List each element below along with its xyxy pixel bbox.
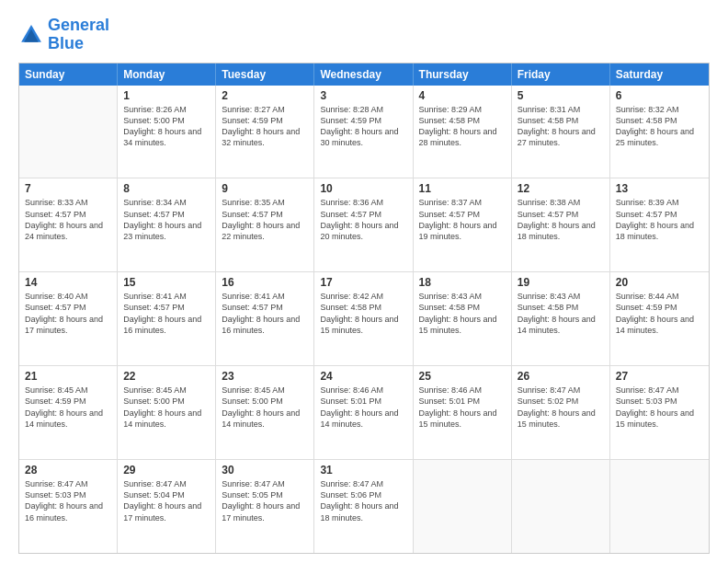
calendar-cell: 16Sunrise: 8:41 AM Sunset: 4:57 PM Dayli… xyxy=(216,272,314,365)
cell-info: Sunrise: 8:31 AM Sunset: 4:58 PM Dayligh… xyxy=(518,104,604,149)
day-number: 31 xyxy=(320,464,406,477)
day-number: 3 xyxy=(320,89,406,102)
cell-info: Sunrise: 8:29 AM Sunset: 4:58 PM Dayligh… xyxy=(419,104,506,149)
day-number: 15 xyxy=(123,276,210,289)
day-number: 25 xyxy=(419,370,506,383)
logo-icon xyxy=(18,22,44,48)
cell-info: Sunrise: 8:46 AM Sunset: 5:01 PM Dayligh… xyxy=(419,385,506,430)
calendar-cell xyxy=(512,460,610,553)
cell-info: Sunrise: 8:47 AM Sunset: 5:02 PM Dayligh… xyxy=(518,385,604,430)
day-number: 24 xyxy=(320,370,406,383)
day-number: 30 xyxy=(222,464,308,477)
cell-info: Sunrise: 8:33 AM Sunset: 4:57 PM Dayligh… xyxy=(25,197,111,242)
calendar-cell: 12Sunrise: 8:38 AM Sunset: 4:57 PM Dayli… xyxy=(512,178,610,271)
calendar: SundayMondayTuesdayWednesdayThursdayFrid… xyxy=(18,63,710,554)
calendar-cell: 8Sunrise: 8:34 AM Sunset: 4:57 PM Daylig… xyxy=(118,178,216,271)
day-number: 21 xyxy=(25,370,111,383)
calendar-cell: 19Sunrise: 8:43 AM Sunset: 4:58 PM Dayli… xyxy=(512,272,610,365)
day-number: 27 xyxy=(616,370,703,383)
day-number: 28 xyxy=(25,464,111,477)
cell-info: Sunrise: 8:43 AM Sunset: 4:58 PM Dayligh… xyxy=(419,291,506,336)
day-number: 20 xyxy=(616,276,703,289)
cell-info: Sunrise: 8:34 AM Sunset: 4:57 PM Dayligh… xyxy=(123,197,210,242)
cell-info: Sunrise: 8:26 AM Sunset: 5:00 PM Dayligh… xyxy=(123,104,210,149)
cell-info: Sunrise: 8:40 AM Sunset: 4:57 PM Dayligh… xyxy=(25,291,111,336)
calendar-cell: 22Sunrise: 8:45 AM Sunset: 5:00 PM Dayli… xyxy=(118,366,216,459)
day-number: 9 xyxy=(222,182,308,195)
header-day-thursday: Thursday xyxy=(414,63,512,86)
day-number: 7 xyxy=(25,182,111,195)
page: General Blue SundayMondayTuesdayWednesda… xyxy=(0,0,728,563)
day-number: 17 xyxy=(320,276,406,289)
calendar-cell: 7Sunrise: 8:33 AM Sunset: 4:57 PM Daylig… xyxy=(19,178,118,271)
calendar-cell xyxy=(414,460,512,553)
header: General Blue xyxy=(18,17,710,53)
calendar-row-2: 7Sunrise: 8:33 AM Sunset: 4:57 PM Daylig… xyxy=(19,178,709,272)
header-day-sunday: Sunday xyxy=(19,63,118,86)
header-day-monday: Monday xyxy=(118,63,216,86)
day-number: 12 xyxy=(518,182,604,195)
day-number: 4 xyxy=(419,89,506,102)
day-number: 14 xyxy=(25,276,111,289)
day-number: 11 xyxy=(419,182,506,195)
cell-info: Sunrise: 8:38 AM Sunset: 4:57 PM Dayligh… xyxy=(518,197,604,242)
day-number: 19 xyxy=(518,276,604,289)
cell-info: Sunrise: 8:47 AM Sunset: 5:03 PM Dayligh… xyxy=(616,385,703,430)
logo-text: General Blue xyxy=(48,17,109,53)
day-number: 5 xyxy=(518,89,604,102)
cell-info: Sunrise: 8:35 AM Sunset: 4:57 PM Dayligh… xyxy=(222,197,308,242)
calendar-cell: 10Sunrise: 8:36 AM Sunset: 4:57 PM Dayli… xyxy=(314,178,413,271)
calendar-cell xyxy=(610,460,709,553)
logo: General Blue xyxy=(18,17,109,53)
day-number: 26 xyxy=(518,370,604,383)
calendar-cell: 5Sunrise: 8:31 AM Sunset: 4:58 PM Daylig… xyxy=(512,86,610,178)
cell-info: Sunrise: 8:45 AM Sunset: 5:00 PM Dayligh… xyxy=(123,385,210,430)
cell-info: Sunrise: 8:47 AM Sunset: 5:06 PM Dayligh… xyxy=(320,478,406,523)
calendar-cell: 1Sunrise: 8:26 AM Sunset: 5:00 PM Daylig… xyxy=(118,86,216,178)
header-day-friday: Friday xyxy=(512,63,610,86)
day-number: 6 xyxy=(616,89,703,102)
cell-info: Sunrise: 8:47 AM Sunset: 5:05 PM Dayligh… xyxy=(222,478,308,523)
calendar-cell: 29Sunrise: 8:47 AM Sunset: 5:04 PM Dayli… xyxy=(118,460,216,553)
day-number: 13 xyxy=(616,182,703,195)
calendar-cell: 9Sunrise: 8:35 AM Sunset: 4:57 PM Daylig… xyxy=(216,178,314,271)
calendar-row-3: 14Sunrise: 8:40 AM Sunset: 4:57 PM Dayli… xyxy=(19,272,709,366)
cell-info: Sunrise: 8:36 AM Sunset: 4:57 PM Dayligh… xyxy=(320,197,406,242)
day-number: 18 xyxy=(419,276,506,289)
day-number: 2 xyxy=(222,89,308,102)
day-number: 16 xyxy=(222,276,308,289)
cell-info: Sunrise: 8:44 AM Sunset: 4:59 PM Dayligh… xyxy=(616,291,703,336)
cell-info: Sunrise: 8:28 AM Sunset: 4:59 PM Dayligh… xyxy=(320,104,406,149)
calendar-row-4: 21Sunrise: 8:45 AM Sunset: 4:59 PM Dayli… xyxy=(19,366,709,460)
calendar-cell: 13Sunrise: 8:39 AM Sunset: 4:57 PM Dayli… xyxy=(610,178,709,271)
calendar-cell: 25Sunrise: 8:46 AM Sunset: 5:01 PM Dayli… xyxy=(414,366,512,459)
calendar-cell: 11Sunrise: 8:37 AM Sunset: 4:57 PM Dayli… xyxy=(414,178,512,271)
day-number: 23 xyxy=(222,370,308,383)
header-day-wednesday: Wednesday xyxy=(314,63,413,86)
day-number: 1 xyxy=(123,89,210,102)
cell-info: Sunrise: 8:47 AM Sunset: 5:04 PM Dayligh… xyxy=(123,478,210,523)
calendar-cell: 30Sunrise: 8:47 AM Sunset: 5:05 PM Dayli… xyxy=(216,460,314,553)
calendar-cell: 18Sunrise: 8:43 AM Sunset: 4:58 PM Dayli… xyxy=(414,272,512,365)
calendar-row-5: 28Sunrise: 8:47 AM Sunset: 5:03 PM Dayli… xyxy=(19,460,709,553)
day-number: 8 xyxy=(123,182,210,195)
cell-info: Sunrise: 8:27 AM Sunset: 4:59 PM Dayligh… xyxy=(222,104,308,149)
calendar-cell: 15Sunrise: 8:41 AM Sunset: 4:57 PM Dayli… xyxy=(118,272,216,365)
calendar-cell: 31Sunrise: 8:47 AM Sunset: 5:06 PM Dayli… xyxy=(314,460,413,553)
cell-info: Sunrise: 8:47 AM Sunset: 5:03 PM Dayligh… xyxy=(25,478,111,523)
calendar-cell: 21Sunrise: 8:45 AM Sunset: 4:59 PM Dayli… xyxy=(19,366,118,459)
cell-info: Sunrise: 8:39 AM Sunset: 4:57 PM Dayligh… xyxy=(616,197,703,242)
cell-info: Sunrise: 8:43 AM Sunset: 4:58 PM Dayligh… xyxy=(518,291,604,336)
day-number: 22 xyxy=(123,370,210,383)
calendar-cell: 6Sunrise: 8:32 AM Sunset: 4:58 PM Daylig… xyxy=(610,86,709,178)
calendar-cell: 20Sunrise: 8:44 AM Sunset: 4:59 PM Dayli… xyxy=(610,272,709,365)
cell-info: Sunrise: 8:46 AM Sunset: 5:01 PM Dayligh… xyxy=(320,385,406,430)
calendar-cell: 24Sunrise: 8:46 AM Sunset: 5:01 PM Dayli… xyxy=(314,366,413,459)
calendar-cell: 4Sunrise: 8:29 AM Sunset: 4:58 PM Daylig… xyxy=(414,86,512,178)
cell-info: Sunrise: 8:45 AM Sunset: 4:59 PM Dayligh… xyxy=(25,385,111,430)
calendar-cell: 23Sunrise: 8:45 AM Sunset: 5:00 PM Dayli… xyxy=(216,366,314,459)
header-day-saturday: Saturday xyxy=(610,63,709,86)
cell-info: Sunrise: 8:42 AM Sunset: 4:58 PM Dayligh… xyxy=(320,291,406,336)
cell-info: Sunrise: 8:41 AM Sunset: 4:57 PM Dayligh… xyxy=(123,291,210,336)
calendar-body: 1Sunrise: 8:26 AM Sunset: 5:00 PM Daylig… xyxy=(19,86,709,553)
